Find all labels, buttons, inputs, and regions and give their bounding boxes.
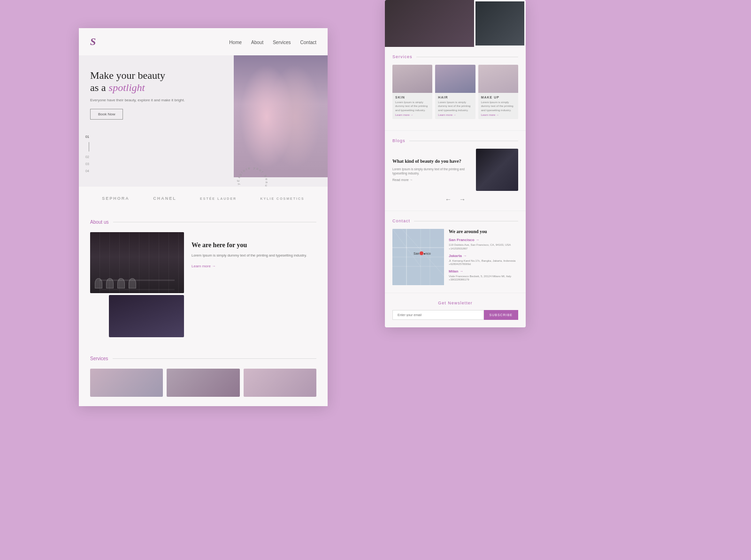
sf-location-phone: +14153501867 <box>449 247 518 250</box>
map-svg: San Fr●nco <box>392 229 444 285</box>
skin-learn-more[interactable]: Learn more → <box>395 114 429 116</box>
skin-service-image <box>392 65 432 93</box>
contact-section: Contact <box>385 211 526 293</box>
services-cards-row: SKIN Lorem Ipsum is simply dummy text of… <box>392 65 518 119</box>
service-thumb-2 <box>167 369 239 397</box>
makeup-learn-more[interactable]: Learn more → <box>481 114 515 116</box>
sf-location-address: 119 Dublois Ave, San Francisco, CA, 9410… <box>449 243 518 247</box>
hero-image <box>234 55 328 177</box>
service-thumb-1 <box>90 369 163 397</box>
nav-services[interactable]: Services <box>273 40 291 45</box>
about-section: About us <box>79 210 328 347</box>
about-heading: We are here for you <box>192 242 316 249</box>
services-preview-section: Services <box>79 347 328 406</box>
slide-1[interactable]: 01 <box>85 135 89 138</box>
jakarta-location-name[interactable]: Jakarta → <box>449 254 518 258</box>
nav-home[interactable]: Home <box>229 40 242 45</box>
contact-content: San Fr●nco We are around you San Francis… <box>392 229 518 285</box>
about-text-block: We are here for you Lorem Ipsum is simpl… <box>192 232 316 268</box>
hero-face-image <box>234 55 328 177</box>
makeup-service-info: MAKE UP Lorem Ipsum is simply dummy text… <box>478 93 518 119</box>
nav-contact[interactable]: Contact <box>300 40 316 45</box>
hair-learn-more[interactable]: Learn more → <box>438 114 472 116</box>
site-logo: S <box>90 36 96 48</box>
mirror-1 <box>95 278 102 288</box>
newsletter-section: Get Newsletter SUBSCRIBE <box>385 293 526 327</box>
hair-service-desc: Lorem Ipsum is simply dummy text of the … <box>438 100 472 112</box>
blog-navigation: ← → <box>392 196 518 203</box>
skin-service-name: SKIN <box>395 96 429 99</box>
location-milan: Milan → Viale Francesco Beckett, 5, 2012… <box>449 269 518 281</box>
top-image-1 <box>385 0 474 47</box>
contact-heading: We are around you <box>449 229 518 234</box>
milan-location-phone: +390228086179 <box>449 278 518 281</box>
about-description: Lorem Ipsum is simply dummy text of the … <box>192 253 316 258</box>
blog-read-more[interactable]: Read more → <box>392 178 471 182</box>
slide-indicators: 01 02 03 04 <box>85 135 89 173</box>
slide-divider <box>89 142 89 151</box>
blog-text: What kind of beauty do you have? Lorem I… <box>392 158 471 182</box>
hair-service-name: HAIR <box>438 96 472 99</box>
svg-point-11 <box>420 251 423 255</box>
brand-sephora: SEPHORA <box>102 196 130 201</box>
about-content: We are here for you Lorem Ipsum is simpl… <box>90 232 316 337</box>
blog-description: Lorem Ipsum is simply dummy text of the … <box>392 167 471 175</box>
rotating-text: Explore your beauty • Explore your beaut… <box>234 163 271 187</box>
svg-text:Explore your beauty • Explore : Explore your beauty • Explore your beaut… <box>234 163 268 187</box>
newsletter-email-input[interactable] <box>392 310 484 320</box>
newsletter-title: Get Newsletter <box>392 301 518 305</box>
makeup-service-image <box>478 65 518 93</box>
services-grid <box>90 369 316 397</box>
right-panel-card: Services SKIN Lorem Ipsum is simply dumm… <box>385 0 526 327</box>
brand-kylie: KYLIE COSMETICS <box>261 197 305 200</box>
milan-location-address: Viale Francesco Beckett, 5, 20124 Milano… <box>449 274 518 278</box>
hero-subtitle: Everyone have their beauty, explore it a… <box>90 98 185 103</box>
blog-prev-button[interactable]: ← <box>445 196 452 203</box>
makeup-service-name: MAKE UP <box>481 96 515 99</box>
nav-links: Home About Services Contact <box>229 38 316 46</box>
hero-title-accent: spotlight <box>109 82 145 94</box>
blogs-section-title: Blogs <box>392 138 518 143</box>
slide-2[interactable]: 02 <box>85 155 89 159</box>
jakarta-location-phone: +628042578009d <box>449 263 518 265</box>
main-website-card: S Home About Services Contact Make your … <box>79 28 328 406</box>
newsletter-subscribe-button[interactable]: SUBSCRIBE <box>484 310 518 320</box>
hero-section: Make your beauty as a spotlight Everyone… <box>79 55 328 187</box>
slide-3[interactable]: 03 <box>85 162 89 166</box>
slide-4[interactable]: 04 <box>85 169 89 173</box>
service-card-makeup: MAKE UP Lorem Ipsum is simply dummy text… <box>478 65 518 119</box>
about-learn-more[interactable]: Learn more → <box>192 264 316 268</box>
service-card-hair: HAIR Lorem Ipsum is simply dummy text of… <box>435 65 475 119</box>
mirror-2 <box>106 278 114 288</box>
milan-location-name[interactable]: Milan → <box>449 269 518 273</box>
about-main-image <box>90 232 184 293</box>
location-jakarta: Jakarta → Jl. Kemang Karol No.17c, Bangk… <box>449 254 518 265</box>
service-thumb-3 <box>244 369 316 397</box>
right-top-images <box>385 0 526 47</box>
mirror-4 <box>129 278 136 288</box>
services-section-title: Services <box>90 356 316 361</box>
mirror-3 <box>117 278 125 288</box>
contact-map: San Fr●nco <box>392 229 444 285</box>
book-now-button[interactable]: Book Now <box>90 109 123 120</box>
sf-location-name[interactable]: San Francisco → <box>449 238 518 242</box>
skin-service-info: SKIN Lorem Ipsum is simply dummy text of… <box>392 93 432 119</box>
service-card-skin: SKIN Lorem Ipsum is simply dummy text of… <box>392 65 432 119</box>
right-services-section: Services SKIN Lorem Ipsum is simply dumm… <box>385 47 526 130</box>
hero-text-block: Make your beauty as a spotlight Everyone… <box>90 69 185 120</box>
jakarta-location-address: Jl. Kemang Karol No.17c, Bangka, Jakarta… <box>449 259 518 263</box>
about-images <box>90 232 184 337</box>
brand-estee: ESTÉE LAUDER <box>200 197 237 200</box>
navigation: S Home About Services Contact <box>79 28 328 55</box>
blog-card: What kind of beauty do you have? Lorem I… <box>392 149 518 191</box>
makeup-service-desc: Lorem Ipsum is simply dummy text of the … <box>481 100 515 112</box>
nav-about[interactable]: About <box>251 40 263 45</box>
brand-chanel: CHANEL <box>153 196 176 201</box>
about-section-title: About us <box>90 219 316 225</box>
hair-service-image <box>435 65 475 93</box>
blog-image <box>476 149 518 191</box>
blog-title: What kind of beauty do you have? <box>392 158 471 164</box>
salon-image-2 <box>109 295 184 337</box>
contact-section-title: Contact <box>392 219 518 223</box>
blog-next-button[interactable]: → <box>459 196 466 203</box>
